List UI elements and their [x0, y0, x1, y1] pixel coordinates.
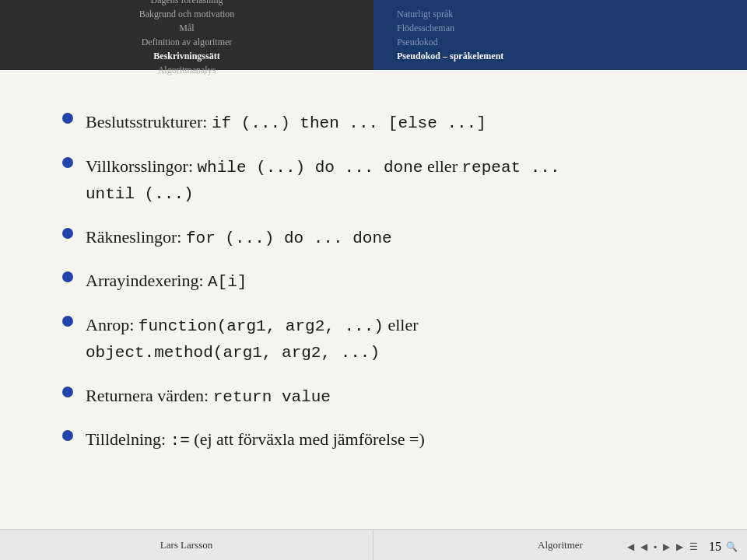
list-item-while: Villkorsslingor: while (...) do ... done…: [62, 153, 685, 207]
item-text-for: Räkneslingor: for (...) do ... done: [86, 224, 392, 251]
code-method: object.method(arg1, arg2, ...): [86, 344, 380, 362]
nav-right-panel: Naturligt språk Flödesscheman Pseudokod …: [374, 0, 747, 70]
nav-item-beskrivning[interactable]: Beskrivningssätt: [153, 51, 219, 62]
nav-item-dagens[interactable]: Dagens föreläsning: [151, 0, 223, 6]
item-text-assign: Tilldelning: := (ej att förväxla med jäm…: [86, 426, 425, 453]
list-item-array: Arrayindexering: A[i]: [62, 268, 685, 295]
code-array: A[i]: [208, 273, 247, 291]
nav-item-bakgrund[interactable]: Bakgrund och motivation: [139, 9, 235, 20]
main-content: Beslutsstrukturer: if (...) then ... [el…: [0, 70, 747, 529]
nav-item-definition[interactable]: Definition av algoritmer: [142, 37, 233, 48]
list-item-decisions: Beslutsstrukturer: if (...) then ... [el…: [62, 109, 685, 136]
bullet-icon: [62, 113, 73, 124]
course-name: Algoritmer: [538, 539, 583, 551]
nav-frame-icon[interactable]: ▪: [652, 541, 658, 553]
item-text-while: Villkorsslingor: while (...) do ... done…: [86, 153, 560, 207]
bottom-bar: Lars Larsson Algoritmer ◀ ◀ ▪ ▶ ▶ ☰ 15 🔍: [0, 529, 747, 560]
bullet-icon: [62, 430, 73, 441]
top-navigation-bar: Dagens föreläsning Bakgrund och motivati…: [0, 0, 747, 70]
code-return: return value: [213, 388, 331, 406]
bottom-nav-controls: ◀ ◀ ▪ ▶ ▶ ☰ 15 🔍: [626, 540, 739, 554]
nav-item-mal[interactable]: Mål: [179, 23, 194, 34]
nav-prev-icon[interactable]: ◀: [639, 541, 649, 553]
code-while: while (...) do ... done: [198, 159, 423, 177]
nav-search-icon[interactable]: 🔍: [724, 541, 739, 553]
code-assign: :=: [170, 432, 190, 450]
item-text-call: Anrop: function(arg1, arg2, ...) eller o…: [86, 312, 418, 366]
item-text-decisions: Beslutsstrukturer: if (...) then ... [el…: [86, 109, 486, 136]
item-text-return: Returnera värden: return value: [86, 383, 331, 410]
code-repeat: repeat ...: [461, 159, 559, 177]
bullet-icon: [62, 228, 73, 239]
nav-menu-icon[interactable]: ☰: [688, 541, 700, 553]
nav-left-panel: Dagens föreläsning Bakgrund och motivati…: [0, 0, 374, 70]
nav-first-icon[interactable]: ◀: [626, 541, 636, 553]
nav-right-pseudo[interactable]: Pseudokod: [397, 37, 438, 48]
code-decisions: if (...) then ... [else ...]: [212, 114, 486, 132]
bullet-icon: [62, 271, 73, 282]
list-item-return: Returnera värden: return value: [62, 383, 685, 410]
page-number: 15: [709, 540, 721, 554]
bottom-author: Lars Larsson: [0, 530, 374, 560]
list-item-for: Räkneslingor: for (...) do ... done: [62, 224, 685, 251]
list-item-assign: Tilldelning: := (ej att förväxla med jäm…: [62, 426, 685, 453]
bullet-icon: [62, 157, 73, 168]
author-name: Lars Larsson: [160, 539, 213, 551]
nav-right-flodes[interactable]: Flödesscheman: [397, 23, 454, 34]
code-until: until (...): [86, 185, 194, 203]
code-for: for (...) do ... done: [186, 229, 392, 247]
nav-right-pseudo-sprak[interactable]: Pseudokod – språkelement: [397, 51, 503, 62]
bullet-icon: [62, 316, 73, 327]
nav-last-icon[interactable]: ▶: [675, 541, 685, 553]
nav-next-icon[interactable]: ▶: [661, 541, 672, 553]
bullet-icon: [62, 387, 73, 397]
content-list: Beslutsstrukturer: if (...) then ... [el…: [62, 109, 685, 453]
item-text-array: Arrayindexering: A[i]: [86, 268, 247, 295]
code-function: function(arg1, arg2, ...): [139, 317, 384, 335]
list-item-call: Anrop: function(arg1, arg2, ...) eller o…: [62, 312, 685, 366]
nav-item-algoritm[interactable]: Algoritmanalys: [158, 65, 216, 76]
nav-right-naturligt[interactable]: Naturligt språk: [397, 9, 453, 20]
